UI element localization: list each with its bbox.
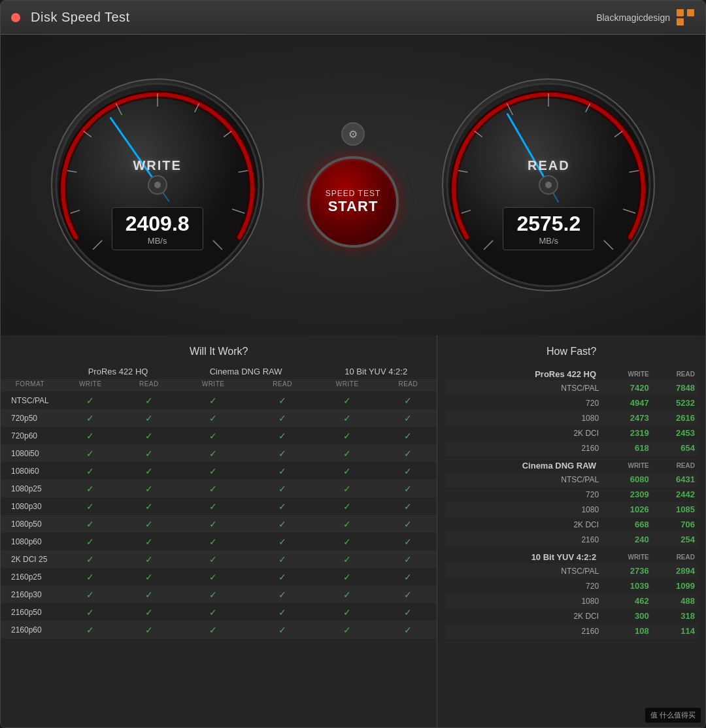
wiw-check: ✓ [59, 409, 122, 427]
wiw-row: 1080p25✓✓✓✓✓✓ [1, 480, 437, 497]
wiw-check: ✓ [315, 621, 379, 638]
yuv-write-header: WRITE [315, 379, 379, 391]
hf-write-val: 7420 [601, 380, 652, 395]
hf-row-label: 2K DCI [445, 517, 601, 532]
wiw-check: ✓ [315, 462, 379, 480]
wiw-check: ✓ [315, 586, 379, 603]
wiw-check: ✓ [379, 515, 437, 533]
wiw-row: 1080i60✓✓✓✓✓✓ [1, 462, 437, 480]
wiw-row: 1080p30✓✓✓✓✓✓ [1, 497, 437, 515]
wiw-check: ✓ [122, 603, 177, 621]
write-gauge-svg [46, 74, 269, 296]
close-button[interactable] [11, 13, 20, 22]
hf-write-col-header: WRITE [601, 455, 652, 472]
wiw-check: ✓ [122, 462, 177, 480]
hf-tbody: ProRes 422 HQWRITEREAD NTSC/PAL 7420 784… [445, 364, 698, 638]
wiw-tbody: NTSC/PAL✓✓✓✓✓✓720p50✓✓✓✓✓✓720p60✓✓✓✓✓✓10… [1, 391, 437, 638]
hf-read-col-header: READ [652, 455, 698, 472]
wiw-row-label: 1080p30 [1, 497, 59, 515]
title-bar: Disk Speed Test Blackmagicdesign [1, 1, 705, 35]
wiw-check: ✓ [379, 480, 437, 497]
wiw-check: ✓ [122, 427, 177, 444]
wiw-check: ✓ [59, 621, 122, 638]
hf-data-row: 2160 618 654 [445, 440, 698, 455]
wiw-check: ✓ [250, 621, 315, 638]
hf-section-header: Cinema DNG RAWWRITEREAD [445, 455, 698, 472]
wiw-check: ✓ [176, 515, 250, 533]
wiw-row-label: 1080p50 [1, 515, 59, 533]
hf-data-row: 2K DCI 300 318 [445, 608, 698, 623]
wiw-check: ✓ [176, 391, 250, 409]
wiw-check: ✓ [122, 497, 177, 515]
wiw-row-label: 720p60 [1, 427, 59, 444]
hf-write-val: 108 [601, 623, 652, 638]
hf-row-label: 2160 [445, 623, 601, 638]
wiw-row-label: 2160p30 [1, 586, 59, 603]
speed-test-button[interactable]: SPEED TEST START [307, 156, 399, 248]
read-unit: MB/s [516, 236, 580, 246]
wiw-row-label: 720p50 [1, 409, 59, 427]
wiw-row: 2160p50✓✓✓✓✓✓ [1, 603, 437, 621]
app-window: Disk Speed Test Blackmagicdesign [0, 0, 706, 728]
hf-section-name: Cinema DNG RAW [445, 455, 601, 472]
wiw-row: 2160p60✓✓✓✓✓✓ [1, 621, 437, 638]
hf-write-val: 300 [601, 608, 652, 623]
wiw-check: ✓ [59, 515, 122, 533]
hf-read-val: 488 [652, 593, 698, 608]
hf-row-label: NTSC/PAL [445, 472, 601, 487]
svg-point-17 [154, 182, 161, 188]
hf-write-val: 668 [601, 517, 652, 532]
wiw-check: ✓ [59, 480, 122, 497]
settings-button[interactable]: ⚙ [341, 122, 365, 146]
write-value-box: 2409.8 MB/s [112, 207, 203, 250]
wiw-row: 2K DCI 25✓✓✓✓✓✓ [1, 550, 437, 568]
wiw-check: ✓ [250, 497, 315, 515]
wiw-row-label: 1080i60 [1, 462, 59, 480]
hf-row-label: 2K DCI [445, 608, 601, 623]
hf-row-label: 2K DCI [445, 425, 601, 440]
hf-write-val: 462 [601, 593, 652, 608]
wiw-check: ✓ [122, 533, 177, 550]
hf-write-val: 1026 [601, 502, 652, 517]
format-col-header: FORMAT [1, 379, 59, 391]
hf-read-val: 2616 [652, 410, 698, 425]
wiw-check: ✓ [122, 515, 177, 533]
write-unit: MB/s [126, 236, 190, 246]
wiw-row-label: 1080p60 [1, 533, 59, 550]
hf-write-val: 2319 [601, 425, 652, 440]
wiw-row: 1080p50✓✓✓✓✓✓ [1, 515, 437, 533]
hf-data-row: 2160 108 114 [445, 623, 698, 638]
wiw-check: ✓ [379, 586, 437, 603]
wiw-check: ✓ [59, 550, 122, 568]
hf-data-row: 1080 1026 1085 [445, 502, 698, 517]
wiw-row: 720p60✓✓✓✓✓✓ [1, 427, 437, 444]
wiw-row-label: 2160p60 [1, 621, 59, 638]
brand-icon [677, 9, 695, 25]
hf-write-val: 6080 [601, 472, 652, 487]
write-label: WRITE [133, 158, 181, 173]
wiw-check: ✓ [315, 515, 379, 533]
how-fast-table: ProRes 422 HQWRITEREAD NTSC/PAL 7420 784… [445, 364, 698, 638]
hf-write-val: 2309 [601, 487, 652, 502]
svg-point-34 [545, 182, 552, 188]
hf-read-val: 318 [652, 608, 698, 623]
write-value: 2409.8 [126, 212, 190, 236]
prores-write-header: WRITE [59, 379, 122, 391]
wiw-check: ✓ [250, 427, 315, 444]
hf-write-val: 1039 [601, 578, 652, 593]
wiw-check: ✓ [176, 409, 250, 427]
speed-test-line2: START [328, 198, 378, 215]
wiw-row: 720p50✓✓✓✓✓✓ [1, 409, 437, 427]
wiw-check: ✓ [379, 550, 437, 568]
hf-section-header: ProRes 422 HQWRITEREAD [445, 364, 698, 380]
wiw-check: ✓ [122, 568, 177, 586]
brand-logo: Blackmagicdesign [596, 9, 695, 25]
wiw-row: 2160p30✓✓✓✓✓✓ [1, 586, 437, 603]
wiw-row-label: 2160p25 [1, 568, 59, 586]
read-value-box: 2575.2 MB/s [503, 207, 594, 250]
wiw-check: ✓ [379, 391, 437, 409]
hf-read-col-header: READ [652, 364, 698, 380]
wiw-check: ✓ [59, 533, 122, 550]
wiw-check: ✓ [250, 391, 315, 409]
wiw-check: ✓ [379, 444, 437, 462]
